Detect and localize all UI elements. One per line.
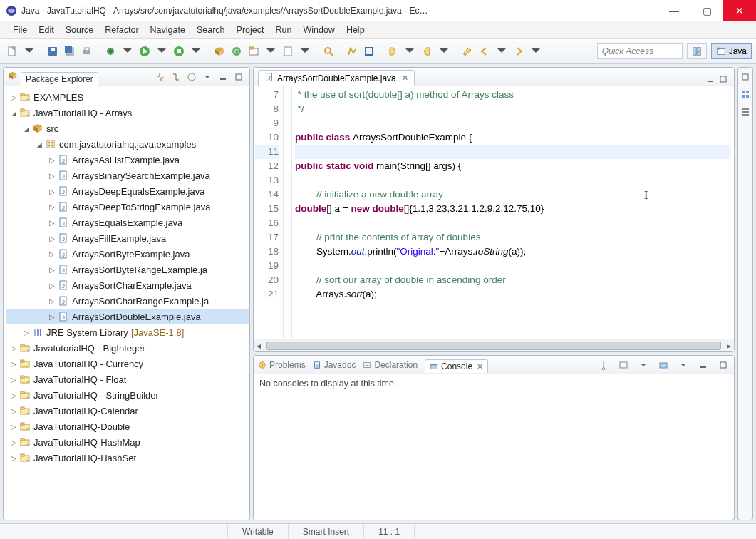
prev-dropdown[interactable]	[436, 43, 452, 59]
open-type-button[interactable]	[246, 43, 262, 59]
tree-item[interactable]: JArraysFillExample.java	[6, 230, 249, 246]
back-dropdown[interactable]	[494, 43, 509, 59]
run-button[interactable]	[137, 43, 152, 59]
tab-declaration[interactable]: Declaration	[363, 360, 418, 370]
restore-view-button[interactable]	[739, 71, 752, 83]
expand-icon[interactable]	[9, 438, 18, 446]
prev-annotation-button[interactable]	[419, 43, 435, 59]
expand-icon[interactable]	[9, 391, 18, 399]
tree-item[interactable]: JArraysBinarySearchExample.java	[6, 168, 249, 183]
editor-body[interactable]: 789101112131415161718192021 * the use of…	[254, 86, 734, 339]
expand-icon[interactable]	[9, 423, 18, 431]
expand-icon[interactable]	[48, 188, 56, 195]
open-task-button[interactable]	[280, 43, 296, 59]
task-list-view-icon[interactable]	[739, 105, 752, 118]
minimize-view-button[interactable]	[217, 71, 229, 83]
expand-icon[interactable]	[9, 93, 18, 101]
collapse-icon[interactable]	[9, 109, 18, 117]
console-dropdown-button[interactable]	[637, 359, 650, 371]
view-menu-button[interactable]	[201, 71, 214, 83]
tree-item[interactable]: JArraysAsListExample.java	[6, 152, 249, 168]
tab-javadoc[interactable]: @Javadoc	[313, 360, 356, 370]
expand-icon[interactable]	[9, 454, 18, 462]
tree-item[interactable]: JArraysSortCharExample.java	[6, 277, 249, 293]
new-package-button[interactable]	[212, 43, 227, 59]
focus-task-button[interactable]	[185, 71, 198, 83]
expand-icon[interactable]	[48, 172, 56, 180]
next-dropdown[interactable]	[402, 43, 418, 59]
tree-item[interactable]: JJavaTutorialHQ-Double	[6, 419, 249, 434]
display-selected-console-button[interactable]	[617, 359, 630, 371]
tree-item[interactable]: JJavaTutorialHQ-HashSet	[6, 450, 249, 466]
debug-button[interactable]	[103, 43, 118, 59]
last-edit-button[interactable]	[460, 43, 475, 59]
menu-run[interactable]: Run	[269, 25, 297, 35]
open-console-button[interactable]	[657, 359, 670, 371]
save-all-button[interactable]	[62, 43, 78, 59]
editor-minimize-button[interactable]	[704, 73, 717, 86]
print-button[interactable]	[79, 43, 95, 59]
collapse-all-button[interactable]	[154, 71, 167, 83]
menu-navigate[interactable]: Navigate	[145, 25, 191, 35]
save-button[interactable]	[45, 43, 61, 59]
menu-project[interactable]: Project	[231, 25, 270, 35]
expand-icon[interactable]	[48, 282, 56, 289]
package-explorer-tree[interactable]: JEXAMPLESJJavaTutorialHQ - Arrayssrccom.…	[4, 86, 249, 520]
java-perspective-button[interactable]: Java	[711, 43, 752, 59]
tree-item[interactable]: JJavatutorialHQ - BigInteger	[6, 340, 249, 356]
expand-icon[interactable]	[48, 313, 56, 321]
link-editor-button[interactable]	[170, 71, 182, 83]
tree-item[interactable]: JJavaTutorialHQ - StringBuilder	[6, 387, 249, 403]
menu-window[interactable]: Window	[297, 25, 340, 35]
menu-search[interactable]: Search	[191, 25, 231, 35]
expand-icon[interactable]	[9, 376, 18, 384]
search-button[interactable]	[321, 43, 336, 59]
run-last-button[interactable]	[171, 43, 187, 59]
expand-icon[interactable]	[9, 344, 18, 352]
close-button[interactable]: ✕	[723, 0, 756, 21]
tree-item[interactable]: JArraysEqualsExample.java	[6, 215, 249, 230]
tree-item[interactable]: JJavaTutorialHQ - Currency	[6, 356, 249, 371]
tree-item[interactable]: JJavaTutorialHQ - Arrays	[6, 105, 249, 120]
tree-item[interactable]: JJavaTutorialHQ-HashMap	[6, 434, 249, 450]
menu-edit[interactable]: Edit	[33, 25, 60, 35]
minimize-button[interactable]: —	[658, 0, 690, 21]
new-button[interactable]	[4, 43, 20, 59]
open-task-dropdown[interactable]	[297, 43, 313, 59]
forward-button[interactable]	[511, 43, 527, 59]
collapse-icon[interactable]	[22, 125, 31, 133]
outline-view-icon[interactable]	[739, 88, 752, 101]
open-type-dropdown[interactable]	[263, 43, 279, 59]
open-perspective-button[interactable]	[687, 43, 707, 59]
tree-item[interactable]: JRE System Library[JavaSE-1.8]	[6, 324, 249, 340]
bottom-maximize-button[interactable]	[717, 359, 730, 371]
tree-item[interactable]: JArraysDeepEqualsExample.java	[6, 183, 249, 199]
toggle-block-button[interactable]	[361, 43, 377, 59]
collapse-icon[interactable]	[35, 140, 43, 148]
menu-refactor[interactable]: Refactor	[99, 25, 144, 35]
tree-item[interactable]: JEXAMPLES	[6, 89, 249, 105]
new-dropdown[interactable]	[21, 43, 37, 59]
expand-icon[interactable]	[48, 250, 56, 258]
pin-console-button[interactable]	[597, 359, 610, 371]
tree-item[interactable]: JArraysSortDoubleExample.java	[6, 309, 249, 324]
close-tab-icon[interactable]: ✕	[402, 73, 408, 83]
expand-icon[interactable]	[48, 297, 56, 305]
open-console-dropdown[interactable]	[677, 359, 690, 371]
editor-horizontal-scrollbar[interactable]: ◂ ▸	[254, 339, 734, 351]
tree-item[interactable]: com.javatutorialhq.java.examples	[6, 136, 249, 152]
tab-console[interactable]: Console✕	[425, 359, 488, 373]
expand-icon[interactable]	[48, 235, 56, 242]
expand-icon[interactable]	[48, 203, 56, 211]
tree-item[interactable]: JArraysDeepToStringExample.java	[6, 199, 249, 215]
expand-icon[interactable]	[48, 156, 56, 164]
toggle-mark-button[interactable]	[344, 43, 360, 59]
editor-maximize-button[interactable]	[717, 73, 730, 86]
expand-icon[interactable]	[9, 360, 18, 368]
menu-file[interactable]: File	[7, 25, 33, 35]
quick-access-field[interactable]: Quick Access	[597, 43, 683, 59]
tree-item[interactable]: JArraysSortByteExample.java	[6, 246, 249, 262]
next-annotation-button[interactable]	[385, 43, 400, 59]
expand-icon[interactable]	[9, 407, 18, 415]
forward-dropdown[interactable]	[528, 43, 544, 59]
